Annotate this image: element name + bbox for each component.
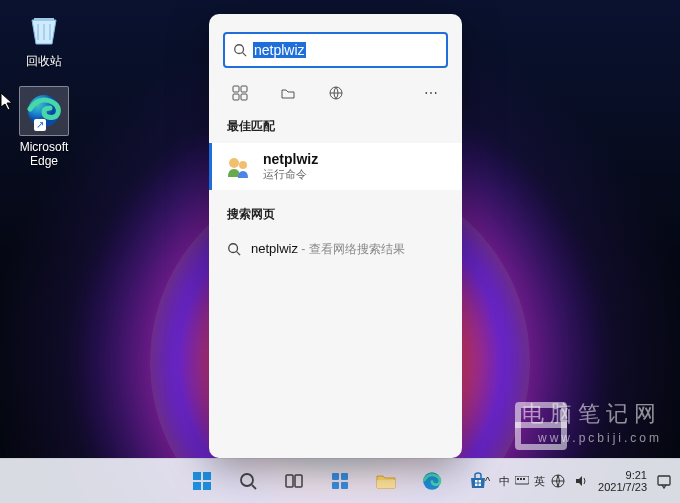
taskbar-center	[183, 462, 497, 500]
ime-icon	[515, 476, 529, 486]
svg-point-9	[239, 161, 247, 169]
clock-date: 2021/7/23	[598, 481, 647, 493]
svg-rect-13	[203, 472, 211, 480]
best-match-subtitle: 运行命令	[263, 167, 318, 182]
best-match-result[interactable]: netplwiz 运行命令	[209, 143, 462, 190]
netplwiz-icon	[223, 152, 253, 182]
ime-lang2: 英	[534, 474, 545, 489]
search-flyout: netplwiz ⋯ 最佳匹配 netplwiz 运行命令 搜索网页	[209, 14, 462, 458]
web-search-header: 搜索网页	[209, 200, 462, 229]
svg-point-1	[235, 45, 244, 54]
desktop-icon-recycle-bin[interactable]: 回收站	[6, 6, 82, 68]
search-category-row: ⋯	[209, 78, 462, 112]
svg-rect-5	[233, 94, 239, 100]
search-query-text: netplwiz	[253, 42, 306, 58]
svg-rect-12	[193, 472, 201, 480]
edge-icon: ↗	[19, 86, 69, 136]
shortcut-arrow-icon: ↗	[34, 119, 46, 131]
svg-point-16	[241, 474, 253, 486]
svg-rect-6	[241, 94, 247, 100]
search-icon	[233, 43, 247, 57]
category-documents-icon[interactable]	[279, 84, 297, 102]
svg-rect-24	[377, 480, 395, 488]
svg-rect-18	[286, 475, 293, 487]
taskbar-explorer-button[interactable]	[367, 462, 405, 500]
svg-rect-14	[193, 482, 201, 490]
taskbar-edge-button[interactable]	[413, 462, 451, 500]
recycle-bin-icon	[22, 6, 66, 50]
svg-rect-19	[295, 475, 302, 487]
svg-rect-33	[523, 478, 525, 480]
svg-rect-21	[341, 473, 348, 480]
svg-rect-28	[475, 484, 478, 487]
ime-lang1: 中	[499, 474, 510, 489]
svg-rect-35	[658, 476, 670, 485]
svg-line-2	[243, 53, 247, 57]
category-more-button[interactable]: ⋯	[424, 85, 440, 101]
category-web-icon[interactable]	[327, 84, 345, 102]
svg-rect-26	[475, 480, 478, 483]
svg-rect-3	[233, 86, 239, 92]
category-apps-icon[interactable]	[231, 84, 249, 102]
taskbar: ^ 中 英 9:21 2021/7/23	[0, 458, 680, 503]
taskbar-clock[interactable]: 9:21 2021/7/23	[594, 469, 651, 493]
taskbar-right: ^ 中 英 9:21 2021/7/23	[479, 469, 674, 493]
svg-rect-32	[520, 478, 522, 480]
svg-rect-23	[341, 482, 348, 489]
watermark-domain: www.pcbiji.com	[522, 431, 662, 445]
system-tray[interactable]: ^	[479, 475, 496, 487]
edge-label: Microsoft Edge	[6, 140, 82, 168]
svg-line-11	[237, 251, 241, 255]
svg-rect-22	[332, 482, 339, 489]
svg-rect-31	[517, 478, 519, 480]
recycle-bin-label: 回收站	[6, 54, 82, 68]
svg-point-8	[229, 158, 239, 168]
mouse-cursor	[0, 92, 14, 112]
svg-rect-4	[241, 86, 247, 92]
search-input-box[interactable]: netplwiz	[223, 32, 448, 68]
best-match-title: netplwiz	[263, 151, 318, 167]
web-result-query: netplwiz	[251, 241, 298, 256]
watermark-text: 电脑笔记网	[522, 401, 662, 426]
svg-rect-20	[332, 473, 339, 480]
volume-icon[interactable]	[571, 474, 591, 488]
svg-point-10	[229, 243, 238, 252]
clock-time: 9:21	[626, 469, 647, 481]
web-result-hint: - 查看网络搜索结果	[298, 242, 405, 256]
svg-rect-15	[203, 482, 211, 490]
watermark: 电脑笔记网 www.pcbiji.com	[522, 399, 662, 445]
task-view-button[interactable]	[275, 462, 313, 500]
ime-indicator[interactable]: 中 英	[499, 474, 545, 489]
desktop-icon-edge[interactable]: ↗ Microsoft Edge	[6, 86, 82, 168]
tray-chevron-icon[interactable]: ^	[485, 475, 490, 487]
network-icon[interactable]	[548, 474, 568, 488]
svg-line-17	[252, 485, 256, 489]
widgets-button[interactable]	[321, 462, 359, 500]
notifications-button[interactable]	[654, 471, 674, 491]
start-button[interactable]	[183, 462, 221, 500]
web-search-result[interactable]: netplwiz - 查看网络搜索结果	[209, 229, 462, 268]
taskbar-search-button[interactable]	[229, 462, 267, 500]
best-match-header: 最佳匹配	[209, 112, 462, 141]
search-icon	[227, 242, 241, 256]
